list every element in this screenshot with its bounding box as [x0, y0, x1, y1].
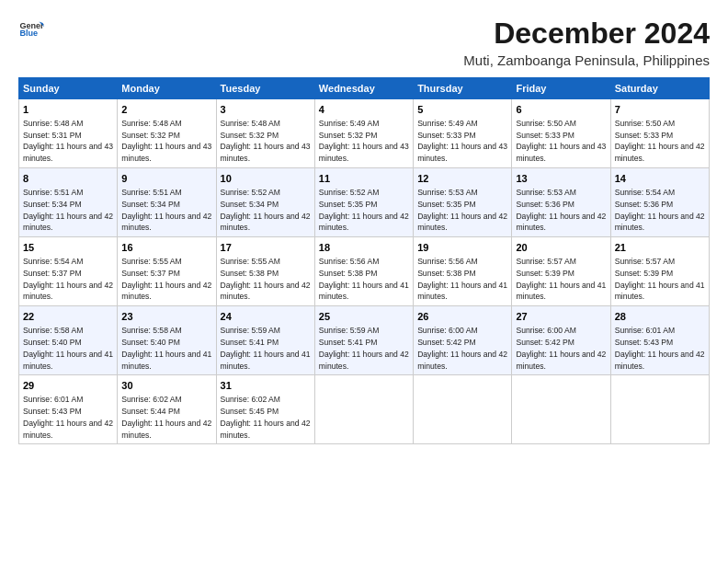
- table-row: [414, 375, 512, 444]
- table-row: 18Sunrise: 5:56 AMSunset: 5:38 PMDayligh…: [314, 237, 413, 306]
- day-info: Sunrise: 5:51 AMSunset: 5:34 PMDaylight:…: [121, 188, 211, 232]
- day-info: Sunrise: 5:53 AMSunset: 5:35 PMDaylight:…: [417, 188, 507, 232]
- table-row: 14Sunrise: 5:54 AMSunset: 5:36 PMDayligh…: [610, 168, 709, 237]
- table-row: 17Sunrise: 5:55 AMSunset: 5:38 PMDayligh…: [216, 237, 314, 306]
- day-info: Sunrise: 5:49 AMSunset: 5:33 PMDaylight:…: [417, 119, 507, 163]
- table-row: 23Sunrise: 5:58 AMSunset: 5:40 PMDayligh…: [118, 306, 216, 375]
- day-info: Sunrise: 5:50 AMSunset: 5:33 PMDaylight:…: [615, 119, 705, 163]
- day-number: 7: [615, 103, 705, 117]
- day-number: 16: [121, 241, 211, 255]
- day-info: Sunrise: 5:56 AMSunset: 5:38 PMDaylight:…: [417, 257, 507, 301]
- table-row: 11Sunrise: 5:52 AMSunset: 5:35 PMDayligh…: [314, 168, 413, 237]
- day-number: 11: [319, 172, 409, 186]
- day-number: 26: [417, 310, 507, 324]
- day-number: 30: [121, 379, 211, 393]
- table-row: 3Sunrise: 5:48 AMSunset: 5:32 PMDaylight…: [216, 99, 314, 168]
- table-row: 27Sunrise: 6:00 AMSunset: 5:42 PMDayligh…: [512, 306, 610, 375]
- day-info: Sunrise: 5:50 AMSunset: 5:33 PMDaylight:…: [516, 119, 606, 163]
- day-number: 27: [516, 310, 606, 324]
- day-info: Sunrise: 5:57 AMSunset: 5:39 PMDaylight:…: [615, 257, 705, 301]
- table-row: 19Sunrise: 5:56 AMSunset: 5:38 PMDayligh…: [414, 237, 512, 306]
- col-sunday: Sunday: [19, 78, 118, 99]
- day-number: 29: [23, 379, 113, 393]
- table-row: 10Sunrise: 5:52 AMSunset: 5:34 PMDayligh…: [216, 168, 314, 237]
- day-number: 1: [23, 103, 113, 117]
- table-row: 24Sunrise: 5:59 AMSunset: 5:41 PMDayligh…: [216, 306, 314, 375]
- day-info: Sunrise: 5:48 AMSunset: 5:32 PMDaylight:…: [221, 119, 311, 163]
- day-number: 3: [221, 103, 311, 117]
- day-number: 10: [221, 172, 311, 186]
- day-info: Sunrise: 5:54 AMSunset: 5:37 PMDaylight:…: [23, 257, 113, 301]
- calendar-week-row: 29Sunrise: 6:01 AMSunset: 5:43 PMDayligh…: [19, 375, 710, 444]
- day-info: Sunrise: 6:00 AMSunset: 5:42 PMDaylight:…: [417, 326, 507, 370]
- day-number: 2: [121, 103, 211, 117]
- table-row: 4Sunrise: 5:49 AMSunset: 5:32 PMDaylight…: [314, 99, 413, 168]
- day-number: 14: [615, 172, 705, 186]
- calendar-header-row: Sunday Monday Tuesday Wednesday Thursday…: [19, 78, 710, 99]
- table-row: 1Sunrise: 5:48 AMSunset: 5:31 PMDaylight…: [19, 99, 118, 168]
- day-info: Sunrise: 5:52 AMSunset: 5:34 PMDaylight:…: [221, 188, 311, 232]
- day-info: Sunrise: 6:00 AMSunset: 5:42 PMDaylight:…: [516, 326, 606, 370]
- day-info: Sunrise: 5:55 AMSunset: 5:37 PMDaylight:…: [121, 257, 211, 301]
- page-header: General Blue December 2024 Muti, Zamboan…: [18, 17, 710, 68]
- day-number: 20: [516, 241, 606, 255]
- day-number: 19: [417, 241, 507, 255]
- table-row: 6Sunrise: 5:50 AMSunset: 5:33 PMDaylight…: [512, 99, 610, 168]
- table-row: 20Sunrise: 5:57 AMSunset: 5:39 PMDayligh…: [512, 237, 610, 306]
- day-info: Sunrise: 5:52 AMSunset: 5:35 PMDaylight:…: [319, 188, 409, 232]
- day-info: Sunrise: 5:58 AMSunset: 5:40 PMDaylight:…: [121, 326, 211, 370]
- day-info: Sunrise: 5:48 AMSunset: 5:31 PMDaylight:…: [23, 119, 113, 163]
- day-info: Sunrise: 5:53 AMSunset: 5:36 PMDaylight:…: [516, 188, 606, 232]
- day-info: Sunrise: 5:54 AMSunset: 5:36 PMDaylight:…: [615, 188, 705, 232]
- table-row: 16Sunrise: 5:55 AMSunset: 5:37 PMDayligh…: [118, 237, 216, 306]
- day-number: 25: [319, 310, 409, 324]
- table-row: 2Sunrise: 5:48 AMSunset: 5:32 PMDaylight…: [118, 99, 216, 168]
- table-row: 28Sunrise: 6:01 AMSunset: 5:43 PMDayligh…: [610, 306, 709, 375]
- table-row: 13Sunrise: 5:53 AMSunset: 5:36 PMDayligh…: [512, 168, 610, 237]
- table-row: 8Sunrise: 5:51 AMSunset: 5:34 PMDaylight…: [19, 168, 118, 237]
- day-number: 9: [121, 172, 211, 186]
- svg-text:Blue: Blue: [19, 29, 38, 38]
- day-number: 8: [23, 172, 113, 186]
- day-info: Sunrise: 5:48 AMSunset: 5:32 PMDaylight:…: [121, 119, 211, 163]
- table-row: 21Sunrise: 5:57 AMSunset: 5:39 PMDayligh…: [610, 237, 709, 306]
- table-row: [314, 375, 413, 444]
- table-row: 29Sunrise: 6:01 AMSunset: 5:43 PMDayligh…: [19, 375, 118, 444]
- calendar-week-row: 22Sunrise: 5:58 AMSunset: 5:40 PMDayligh…: [19, 306, 710, 375]
- day-number: 18: [319, 241, 409, 255]
- day-number: 15: [23, 241, 113, 255]
- table-row: [512, 375, 610, 444]
- table-row: 15Sunrise: 5:54 AMSunset: 5:37 PMDayligh…: [19, 237, 118, 306]
- day-info: Sunrise: 5:59 AMSunset: 5:41 PMDaylight:…: [221, 326, 311, 370]
- day-info: Sunrise: 5:59 AMSunset: 5:41 PMDaylight:…: [319, 326, 409, 370]
- col-monday: Monday: [118, 78, 216, 99]
- day-number: 6: [516, 103, 606, 117]
- calendar-table: Sunday Monday Tuesday Wednesday Thursday…: [18, 77, 710, 444]
- main-title: December 2024: [463, 17, 710, 51]
- table-row: 31Sunrise: 6:02 AMSunset: 5:45 PMDayligh…: [216, 375, 314, 444]
- day-number: 12: [417, 172, 507, 186]
- table-row: 9Sunrise: 5:51 AMSunset: 5:34 PMDaylight…: [118, 168, 216, 237]
- day-info: Sunrise: 5:58 AMSunset: 5:40 PMDaylight:…: [23, 326, 113, 370]
- col-friday: Friday: [512, 78, 610, 99]
- table-row: 26Sunrise: 6:00 AMSunset: 5:42 PMDayligh…: [414, 306, 512, 375]
- day-number: 22: [23, 310, 113, 324]
- calendar-week-row: 1Sunrise: 5:48 AMSunset: 5:31 PMDaylight…: [19, 99, 710, 168]
- table-row: 5Sunrise: 5:49 AMSunset: 5:33 PMDaylight…: [414, 99, 512, 168]
- col-wednesday: Wednesday: [314, 78, 413, 99]
- table-row: 7Sunrise: 5:50 AMSunset: 5:33 PMDaylight…: [610, 99, 709, 168]
- table-row: 22Sunrise: 5:58 AMSunset: 5:40 PMDayligh…: [19, 306, 118, 375]
- col-tuesday: Tuesday: [216, 78, 314, 99]
- day-number: 31: [221, 379, 311, 393]
- day-info: Sunrise: 6:02 AMSunset: 5:45 PMDaylight:…: [221, 395, 311, 439]
- logo-icon: General Blue: [18, 17, 44, 42]
- day-info: Sunrise: 6:01 AMSunset: 5:43 PMDaylight:…: [23, 395, 113, 439]
- calendar-week-row: 15Sunrise: 5:54 AMSunset: 5:37 PMDayligh…: [19, 237, 710, 306]
- day-info: Sunrise: 5:49 AMSunset: 5:32 PMDaylight:…: [319, 119, 409, 163]
- day-info: Sunrise: 5:51 AMSunset: 5:34 PMDaylight:…: [23, 188, 113, 232]
- day-info: Sunrise: 5:55 AMSunset: 5:38 PMDaylight:…: [221, 257, 311, 301]
- col-thursday: Thursday: [414, 78, 512, 99]
- col-saturday: Saturday: [610, 78, 709, 99]
- day-number: 4: [319, 103, 409, 117]
- table-row: 30Sunrise: 6:02 AMSunset: 5:44 PMDayligh…: [118, 375, 216, 444]
